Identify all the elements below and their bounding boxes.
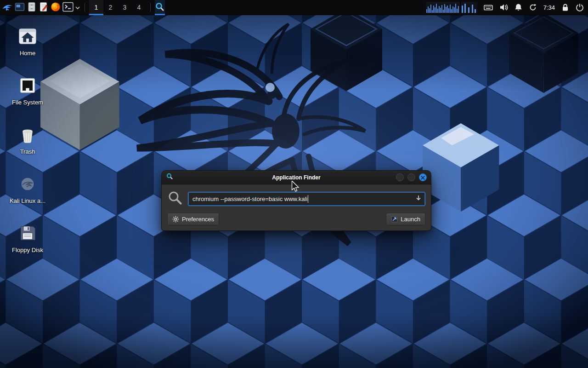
kali-menu-button[interactable]: [1, 0, 13, 15]
maximize-button[interactable]: [407, 173, 415, 181]
desktop-icon-filesystem[interactable]: File System: [8, 74, 47, 106]
panel-left: 1 2 3 4: [0, 0, 165, 15]
close-icon: [421, 173, 425, 182]
home-icon: [8, 25, 47, 48]
panel-right: 7:34: [426, 0, 588, 15]
update-icon[interactable]: [529, 3, 537, 12]
minimize-button[interactable]: [396, 173, 404, 181]
desktop-icon-label: Floppy Disk: [8, 247, 47, 253]
kali-menu-icon: [1, 1, 13, 14]
app-finder-window-icon: [166, 172, 174, 182]
search-row: chromium --password-store=basic www.kali: [167, 190, 425, 207]
workspace-switcher: 1 2 3 4: [89, 0, 146, 15]
application-finder-window: Application Finder chromium -: [162, 171, 431, 230]
launcher-firefox[interactable]: [50, 0, 61, 15]
launcher-file-manager[interactable]: [26, 0, 37, 15]
launcher-text-editor[interactable]: [38, 0, 49, 15]
preferences-label: Preferences: [182, 216, 214, 223]
history-dropdown-button[interactable]: [413, 195, 422, 203]
arrow-down-icon: [415, 195, 422, 203]
notifications-icon[interactable]: [514, 3, 522, 12]
window-controls: [396, 173, 427, 181]
action-row: Preferences Launch: [167, 213, 425, 225]
workspace-1[interactable]: 1: [89, 0, 103, 15]
chevron-down-icon: [75, 4, 80, 11]
launch-button[interactable]: Launch: [386, 213, 425, 225]
clock[interactable]: 7:34: [543, 4, 555, 11]
preferences-button[interactable]: Preferences: [167, 213, 219, 225]
desktop-icon-floppy[interactable]: Floppy Disk: [8, 222, 47, 253]
launch-icon: [391, 216, 398, 223]
window-app-icon: [14, 1, 25, 14]
desktop-icon-label: Home: [8, 50, 47, 57]
top-panel: 1 2 3 4: [0, 0, 588, 15]
launcher-window-app[interactable]: [14, 0, 25, 15]
workspace-3[interactable]: 3: [118, 0, 132, 15]
keyboard-icon[interactable]: [484, 3, 493, 12]
volume-icon[interactable]: [499, 3, 508, 12]
terminal-icon: [62, 1, 74, 14]
desktop-icon-label: File System: [8, 99, 47, 106]
close-button[interactable]: [419, 173, 427, 181]
workspace-2[interactable]: 2: [103, 0, 118, 15]
command-text: chromium --password-store=basic www.kali: [192, 196, 307, 202]
trash-icon: [8, 123, 47, 146]
panel-separator: [150, 3, 151, 12]
text-caret: [308, 195, 308, 203]
floppy-icon: [8, 222, 47, 245]
command-input[interactable]: chromium --password-store=basic www.kali: [188, 192, 425, 206]
cpu-graph[interactable]: [426, 2, 477, 13]
gear-icon: [172, 216, 179, 223]
desktop-icon-kali-docs[interactable]: Kali Linux a...: [8, 172, 47, 204]
workspace-4[interactable]: 4: [132, 0, 146, 15]
panel-separator: [85, 3, 85, 12]
launcher-terminal[interactable]: [62, 0, 74, 15]
app-finder-icon: [155, 2, 165, 13]
desktop-icon-home[interactable]: Home: [8, 25, 47, 57]
desktop-icon-trash[interactable]: Trash: [8, 123, 47, 155]
launch-label: Launch: [401, 216, 420, 223]
mouse-cursor: [291, 181, 300, 192]
kali-docs-icon: [8, 172, 47, 196]
firefox-icon: [50, 1, 61, 14]
window-title: Application Finder: [162, 174, 431, 181]
desktop-icon-label: Kali Linux a...: [8, 198, 47, 204]
lock-icon[interactable]: [561, 3, 569, 12]
file-manager-icon: [26, 1, 37, 14]
desktop-icon-label: Trash: [8, 149, 47, 155]
launcher-dropdown-button[interactable]: [75, 0, 80, 15]
power-icon[interactable]: [576, 3, 584, 12]
search-icon: [167, 190, 183, 207]
text-editor-icon: [38, 1, 49, 14]
tasklist-application-finder[interactable]: [155, 0, 165, 15]
filesystem-icon: [8, 74, 47, 97]
